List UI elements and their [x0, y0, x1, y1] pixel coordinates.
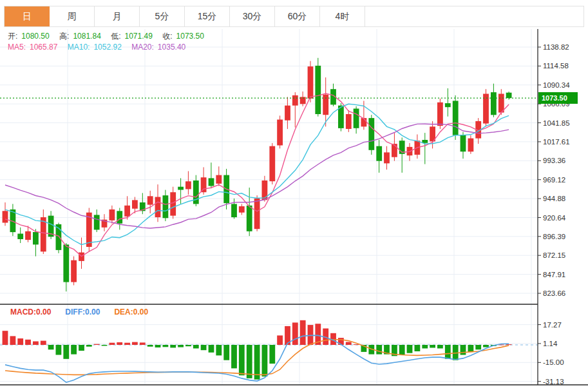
macd-readout: MACD:0.00DIFF:0.00DEA:0.00	[10, 307, 162, 317]
ma5-label: MA5:	[8, 43, 26, 52]
period-tabbar: 日周月5分15分30分60分4时	[4, 6, 584, 27]
svg-text:-15.00: -15.00	[543, 358, 564, 366]
svg-text:-31.13: -31.13	[543, 378, 564, 385]
svg-text:823.66: 823.66	[543, 289, 565, 297]
tab-周[interactable]: 周	[50, 6, 95, 26]
open-value: 1080.50	[21, 32, 49, 41]
svg-text:920.64: 920.64	[543, 214, 566, 222]
candlestick-chart-canvas[interactable]: 1138.821114.581090.341066.091041.851017.…	[0, 0, 588, 390]
tab-5分[interactable]: 5分	[140, 6, 185, 26]
open-label: 开:	[8, 32, 17, 41]
last-price-tag: 1073.50	[538, 92, 578, 104]
svg-text:993.36: 993.36	[543, 157, 565, 164]
svg-text:1090.34: 1090.34	[543, 81, 570, 89]
ohlc-readout: 开:1080.50 高:1081.84 低:1071.49 收:1073.50	[8, 31, 212, 42]
svg-text:872.15: 872.15	[543, 251, 565, 259]
high-value: 1081.84	[73, 32, 100, 41]
tab-30分[interactable]: 30分	[230, 6, 275, 26]
svg-text:847.91: 847.91	[543, 271, 565, 278]
ma10-label: MA10:	[68, 43, 90, 52]
diff-value-label: DIFF:0.00	[65, 307, 100, 317]
svg-text:944.88: 944.88	[543, 195, 565, 202]
svg-text:1.14: 1.14	[543, 340, 558, 347]
tab-月[interactable]: 月	[95, 6, 140, 26]
svg-text:896.39: 896.39	[543, 233, 565, 240]
svg-text:1041.85: 1041.85	[543, 119, 570, 127]
low-label: 低:	[111, 32, 120, 41]
ma-readout: MA5:1065.87 MA10:1052.92 MA20:1035.40	[8, 43, 193, 52]
svg-text:1114.58: 1114.58	[543, 62, 569, 70]
ma20-value: 1035.40	[158, 43, 185, 52]
close-value: 1073.50	[176, 32, 204, 41]
ma5-value: 1065.87	[30, 43, 57, 52]
tab-4时[interactable]: 4时	[320, 6, 365, 26]
macd-value-label: MACD:0.00	[10, 307, 51, 317]
trading-chart-app: 1138.821114.581090.341066.091041.851017.…	[0, 0, 588, 390]
tabbar-filler	[365, 6, 583, 26]
tab-60分[interactable]: 60分	[275, 6, 320, 26]
high-label: 高:	[59, 32, 69, 41]
dea-value-label: DEA:0.00	[114, 307, 148, 317]
svg-text:969.12: 969.12	[543, 176, 565, 184]
close-label: 收:	[162, 32, 172, 41]
tab-日[interactable]: 日	[5, 6, 50, 26]
ma10-value: 1052.92	[93, 43, 121, 52]
ma20-label: MA20:	[131, 43, 154, 52]
tab-15分[interactable]: 15分	[185, 6, 230, 26]
svg-text:1017.61: 1017.61	[543, 138, 570, 146]
svg-text:17.27: 17.27	[543, 321, 562, 329]
svg-text:1138.82: 1138.82	[543, 43, 569, 51]
low-value: 1071.49	[125, 32, 153, 41]
